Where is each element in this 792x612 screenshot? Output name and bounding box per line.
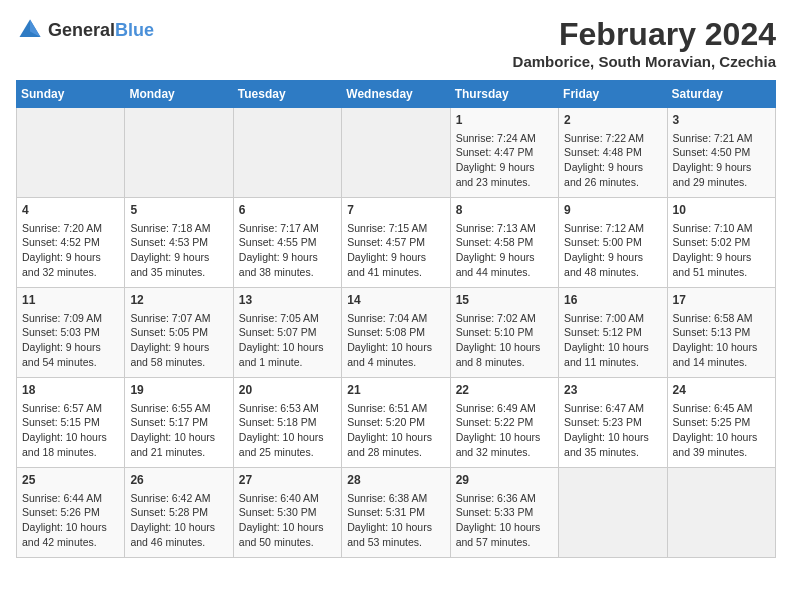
day-number: 25 <box>22 472 119 489</box>
day-number: 1 <box>456 112 553 129</box>
calendar-cell: 18Sunrise: 6:57 AMSunset: 5:15 PMDayligh… <box>17 378 125 468</box>
calendar-cell <box>233 108 341 198</box>
day-number: 7 <box>347 202 444 219</box>
calendar-cell <box>17 108 125 198</box>
calendar-cell: 3Sunrise: 7:21 AMSunset: 4:50 PMDaylight… <box>667 108 775 198</box>
day-content: Sunrise: 7:05 AM <box>239 311 336 326</box>
day-number: 29 <box>456 472 553 489</box>
day-content: Daylight: 10 hours <box>347 520 444 535</box>
day-number: 24 <box>673 382 770 399</box>
day-content: and 8 minutes. <box>456 355 553 370</box>
day-number: 12 <box>130 292 227 309</box>
calendar-cell: 25Sunrise: 6:44 AMSunset: 5:26 PMDayligh… <box>17 468 125 558</box>
logo-icon <box>16 16 44 44</box>
day-content: Sunset: 5:22 PM <box>456 415 553 430</box>
day-number: 26 <box>130 472 227 489</box>
day-content: Daylight: 9 hours <box>456 160 553 175</box>
day-content: Sunrise: 6:47 AM <box>564 401 661 416</box>
day-content: Sunrise: 7:22 AM <box>564 131 661 146</box>
day-content: Sunrise: 6:45 AM <box>673 401 770 416</box>
header-tuesday: Tuesday <box>233 81 341 108</box>
day-content: Sunrise: 6:44 AM <box>22 491 119 506</box>
calendar-cell: 2Sunrise: 7:22 AMSunset: 4:48 PMDaylight… <box>559 108 667 198</box>
day-content: Daylight: 10 hours <box>130 430 227 445</box>
day-content: Sunset: 5:10 PM <box>456 325 553 340</box>
day-content: Daylight: 10 hours <box>456 430 553 445</box>
calendar-cell: 16Sunrise: 7:00 AMSunset: 5:12 PMDayligh… <box>559 288 667 378</box>
day-content: Sunset: 4:53 PM <box>130 235 227 250</box>
day-content: Sunrise: 6:49 AM <box>456 401 553 416</box>
day-content: Daylight: 10 hours <box>564 430 661 445</box>
calendar-cell: 23Sunrise: 6:47 AMSunset: 5:23 PMDayligh… <box>559 378 667 468</box>
day-content: and 48 minutes. <box>564 265 661 280</box>
day-content: Sunset: 5:28 PM <box>130 505 227 520</box>
day-content: Sunset: 5:05 PM <box>130 325 227 340</box>
calendar-cell: 8Sunrise: 7:13 AMSunset: 4:58 PMDaylight… <box>450 198 558 288</box>
calendar-cell: 26Sunrise: 6:42 AMSunset: 5:28 PMDayligh… <box>125 468 233 558</box>
day-content: and 39 minutes. <box>673 445 770 460</box>
day-content: Sunset: 5:07 PM <box>239 325 336 340</box>
calendar-cell: 14Sunrise: 7:04 AMSunset: 5:08 PMDayligh… <box>342 288 450 378</box>
calendar-cell: 7Sunrise: 7:15 AMSunset: 4:57 PMDaylight… <box>342 198 450 288</box>
day-number: 4 <box>22 202 119 219</box>
day-content: Daylight: 10 hours <box>22 520 119 535</box>
main-title: February 2024 <box>513 16 776 53</box>
day-content: Sunset: 5:33 PM <box>456 505 553 520</box>
calendar-cell: 10Sunrise: 7:10 AMSunset: 5:02 PMDayligh… <box>667 198 775 288</box>
day-content: Daylight: 9 hours <box>239 250 336 265</box>
day-content: Sunset: 5:15 PM <box>22 415 119 430</box>
day-content: and 23 minutes. <box>456 175 553 190</box>
header-friday: Friday <box>559 81 667 108</box>
calendar-cell: 6Sunrise: 7:17 AMSunset: 4:55 PMDaylight… <box>233 198 341 288</box>
day-content: Sunset: 5:03 PM <box>22 325 119 340</box>
title-area: February 2024 Damborice, South Moravian,… <box>513 16 776 70</box>
day-content: Sunrise: 7:02 AM <box>456 311 553 326</box>
day-content: Sunrise: 6:57 AM <box>22 401 119 416</box>
day-content: Sunrise: 7:17 AM <box>239 221 336 236</box>
day-content: Sunset: 5:12 PM <box>564 325 661 340</box>
calendar-cell: 13Sunrise: 7:05 AMSunset: 5:07 PMDayligh… <box>233 288 341 378</box>
calendar-cell: 4Sunrise: 7:20 AMSunset: 4:52 PMDaylight… <box>17 198 125 288</box>
calendar-cell: 28Sunrise: 6:38 AMSunset: 5:31 PMDayligh… <box>342 468 450 558</box>
day-content: and 58 minutes. <box>130 355 227 370</box>
day-content: Sunset: 4:47 PM <box>456 145 553 160</box>
day-number: 5 <box>130 202 227 219</box>
day-content: Sunrise: 7:00 AM <box>564 311 661 326</box>
day-number: 28 <box>347 472 444 489</box>
day-content: Sunset: 4:48 PM <box>564 145 661 160</box>
day-number: 8 <box>456 202 553 219</box>
day-number: 6 <box>239 202 336 219</box>
day-number: 9 <box>564 202 661 219</box>
day-content: Sunrise: 7:12 AM <box>564 221 661 236</box>
day-content: Sunset: 5:13 PM <box>673 325 770 340</box>
day-content: Sunset: 5:23 PM <box>564 415 661 430</box>
day-content: Daylight: 9 hours <box>22 340 119 355</box>
calendar-cell <box>667 468 775 558</box>
day-content: and 25 minutes. <box>239 445 336 460</box>
day-content: Daylight: 9 hours <box>130 340 227 355</box>
day-content: and 29 minutes. <box>673 175 770 190</box>
day-content: Sunrise: 6:42 AM <box>130 491 227 506</box>
day-content: Sunrise: 7:18 AM <box>130 221 227 236</box>
week-row-4: 25Sunrise: 6:44 AMSunset: 5:26 PMDayligh… <box>17 468 776 558</box>
day-content: Sunset: 4:58 PM <box>456 235 553 250</box>
calendar-cell: 17Sunrise: 6:58 AMSunset: 5:13 PMDayligh… <box>667 288 775 378</box>
calendar-cell: 20Sunrise: 6:53 AMSunset: 5:18 PMDayligh… <box>233 378 341 468</box>
day-content: Sunset: 4:57 PM <box>347 235 444 250</box>
day-content: Sunset: 5:30 PM <box>239 505 336 520</box>
day-content: Daylight: 10 hours <box>347 340 444 355</box>
day-content: Sunrise: 7:15 AM <box>347 221 444 236</box>
week-row-1: 4Sunrise: 7:20 AMSunset: 4:52 PMDaylight… <box>17 198 776 288</box>
day-content: and 4 minutes. <box>347 355 444 370</box>
day-content: Daylight: 9 hours <box>564 160 661 175</box>
calendar-cell: 21Sunrise: 6:51 AMSunset: 5:20 PMDayligh… <box>342 378 450 468</box>
day-number: 14 <box>347 292 444 309</box>
day-content: Daylight: 9 hours <box>564 250 661 265</box>
calendar-cell: 29Sunrise: 6:36 AMSunset: 5:33 PMDayligh… <box>450 468 558 558</box>
day-content: Sunrise: 7:13 AM <box>456 221 553 236</box>
day-number: 19 <box>130 382 227 399</box>
calendar-cell: 15Sunrise: 7:02 AMSunset: 5:10 PMDayligh… <box>450 288 558 378</box>
day-content: Sunrise: 6:38 AM <box>347 491 444 506</box>
day-content: Daylight: 10 hours <box>673 340 770 355</box>
day-content: Sunrise: 7:07 AM <box>130 311 227 326</box>
